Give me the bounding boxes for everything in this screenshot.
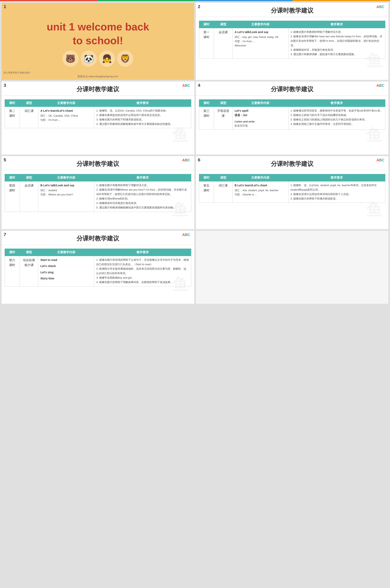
table-row: 第六课时 综合拓展能力课 Start to read Let's check L… xyxy=(5,256,191,287)
table-row: 第二课时 词汇课 A Let's learn/Let's chant 词汇：UK… xyxy=(5,107,191,128)
slide-3: 3 分课时教学建议 ABC 课时 课型 主要教学内容 教学要求 第二课时 词汇课 xyxy=(2,81,194,155)
slide-7-table: 课时 课型 主要教学内容 教学要求 第六课时 综合拓展能力课 Start to … xyxy=(5,249,191,287)
th-req: 教学要求 xyxy=(288,21,385,28)
slide-4: 4 分课时教学建议 ABC 课时 课型 主要教学内容 教学要求 第三课时 字母语… xyxy=(196,81,389,155)
abc-badge-7: ABC xyxy=(182,233,190,237)
th-time: 课时 xyxy=(5,174,20,181)
abc-badge-3: ABC xyxy=(182,84,190,88)
slide-1: 1 unit 1 welcome back to school! 🐻 🐼 👧 🦁… xyxy=(2,3,194,80)
th-type: 课型 xyxy=(214,100,233,107)
empty-cell xyxy=(196,231,389,304)
time-cell: 第二课时 xyxy=(5,107,20,128)
type-cell: 词汇课 xyxy=(214,181,233,203)
slide-6-table: 课时 课型 主要教学内容 教学要求 第五课时 词汇课 B Let's learn… xyxy=(199,174,386,203)
slide-3-header: 分课时教学建议 ABC xyxy=(2,81,194,96)
animal-icon-3: 👧 xyxy=(99,51,115,67)
animal-icon-4: 🦁 xyxy=(117,51,133,67)
slide-5: 5 分课时教学建议 ABC 课时 课型 主要教学内容 教学要求 第四课时 会话课 xyxy=(2,156,194,229)
type-cell: 会话课 xyxy=(214,28,233,59)
time-cell: 第一课时 xyxy=(199,28,214,59)
content-cell: Start to read Let's check Let's sing Sto… xyxy=(38,256,94,287)
req-cell: 1. 能够听、说、认识UK, Canada, USA, China四个国家名称。… xyxy=(94,107,191,128)
slide-number-1: 1 xyxy=(4,4,6,9)
animal-icon-2: 🐼 xyxy=(81,51,97,67)
animal-icon-1: 🐻 xyxy=(62,51,79,67)
time-cell: 第五课时 xyxy=(199,181,214,203)
th-req: 教学要求 xyxy=(94,249,191,256)
slide-7: 7 分课时教学建议 ABC 课时 课型 主要教学内容 教学要求 第六课时 综合拓… xyxy=(2,231,194,304)
publisher-logo: ⑧人民教育电子音像出版社 xyxy=(4,71,30,74)
content-cell: A Let's learn/Let's chant 词汇：UK, Canada,… xyxy=(38,107,94,128)
slide-2: 2 分课时教学建议 ABC 课时 课型 主要教学内容 教学要求 第一课时 会话课 xyxy=(196,3,389,80)
type-cell: 综合拓展能力课 xyxy=(20,256,38,287)
th-content: 主要教学内容 xyxy=(38,249,94,256)
th-time: 课时 xyxy=(199,21,214,28)
slide-2-table: 课时 课型 主要教学内容 教学要求 第一课时 会话课 A Let's talk/… xyxy=(199,21,386,59)
slide-number-5: 5 xyxy=(4,157,6,163)
table-row: 第五课时 词汇课 B Let's learn/Let's chant 词汇：sh… xyxy=(199,181,385,203)
th-content: 主要教学内容 xyxy=(38,174,94,181)
th-content: 主要教学内容 xyxy=(232,21,288,28)
slide-2-header: 分课时教学建议 ABC xyxy=(196,3,389,17)
th-req: 教学要求 xyxy=(288,174,385,181)
th-content: 主要教学内容 xyxy=(232,100,288,107)
th-req: 教学要求 xyxy=(94,100,191,107)
footer-text: 道格办公-www.daogebangong.com xyxy=(2,75,194,78)
content-cell: B Let's talk/Look and say 词汇：student句型：W… xyxy=(38,181,94,212)
req-cell: 1. 能够在图片和语境的帮助下认读句子，并且能够以文庄中的句子为范本，根据自己的… xyxy=(94,256,191,287)
th-time: 课时 xyxy=(5,249,20,256)
slide-3-table: 课时 课型 主要教学内容 教学要求 第二课时 词汇课 A Let's learn… xyxy=(5,99,191,128)
th-content: 主要教学内容 xyxy=(38,100,94,107)
req-cell: 1. 能够在图片和教师的帮助下理解对话大意。2. 能够在语境中理解We have… xyxy=(288,28,385,59)
time-cell: 第三课时 xyxy=(199,107,214,130)
table-row: 第三课时 字母语音课 Let's spell语音：/m/ Listen and … xyxy=(199,107,385,130)
slide-number-7: 7 xyxy=(4,232,6,237)
th-type: 课型 xyxy=(20,100,38,107)
time-cell: 第六课时 xyxy=(5,256,20,287)
slide-number-2: 2 xyxy=(198,4,200,9)
th-type: 课型 xyxy=(20,174,38,181)
slide-number-6: 6 xyxy=(198,157,200,163)
th-req: 教学要求 xyxy=(288,100,385,107)
slide-4-header: 分课时教学建议 ABC xyxy=(196,81,389,96)
req-cell: 1. 能够听、说、认识she, student, pupil, he, teac… xyxy=(288,181,385,203)
table-row: 第四课时 会话课 B Let's talk/Look and say 词汇：st… xyxy=(5,181,191,212)
th-type: 课型 xyxy=(214,21,233,28)
content-cell: Let's spell语音：/m/ Listen and write听音写字母 xyxy=(232,107,288,130)
slide-7-header: 分课时教学建议 ABC xyxy=(2,231,194,245)
req-cell: 1. 能够在图片和教师的帮助下理解对话大意。2. 能够在语境中理解Where a… xyxy=(94,181,191,212)
req-cell: 1. 能够通过听同词发音，观察例词中含有该字母，知道字母a在单词中发/m/音。2… xyxy=(288,107,385,130)
slide-number-3: 3 xyxy=(4,83,6,88)
slide-6: 6 分课时教学建议 ABC 课时 课型 主要教学内容 教学要求 第五课时 词汇课 xyxy=(196,156,389,229)
th-type: 课型 xyxy=(20,249,38,256)
slide-grid: 1 unit 1 welcome back to school! 🐻 🐼 👧 🦁… xyxy=(0,1,390,305)
abc-badge-4: ABC xyxy=(376,84,384,88)
th-req: 教学要求 xyxy=(94,174,191,181)
slide-1-title: unit 1 welcome back to school! xyxy=(47,20,149,48)
slide-5-header: 分课时教学建议 ABC xyxy=(2,156,194,170)
type-cell: 词汇课 xyxy=(20,107,38,128)
content-cell: B Let's learn/Let's chant 词汇：she, studen… xyxy=(232,181,288,203)
abc-badge-6: ABC xyxy=(376,158,384,162)
abc-badge-2: ABC xyxy=(376,5,384,9)
th-time: 课时 xyxy=(199,174,214,181)
abc-badge-5: ABC xyxy=(182,158,190,162)
slide-5-table: 课时 课型 主要教学内容 教学要求 第四课时 会话课 B Let's talk/… xyxy=(5,174,191,212)
content-cell: A Let's talk/Look and say 词汇：boy, girl, … xyxy=(232,28,288,59)
type-cell: 会话课 xyxy=(20,181,38,212)
time-cell: 第四课时 xyxy=(5,181,20,212)
slide-6-header: 分课时教学建议 ABC xyxy=(196,156,389,170)
th-type: 课型 xyxy=(214,174,233,181)
th-time: 课时 xyxy=(199,100,214,107)
th-content: 主要教学内容 xyxy=(232,174,288,181)
slide-number-4: 4 xyxy=(198,83,200,88)
th-time: 课时 xyxy=(5,100,20,107)
table-row: 第一课时 会话课 A Let's talk/Look and say 词汇：bo… xyxy=(199,28,385,59)
type-cell: 字母语音课 xyxy=(214,107,233,130)
slide-4-table: 课时 课型 主要教学内容 教学要求 第三课时 字母语音课 Let's spell… xyxy=(199,99,386,130)
